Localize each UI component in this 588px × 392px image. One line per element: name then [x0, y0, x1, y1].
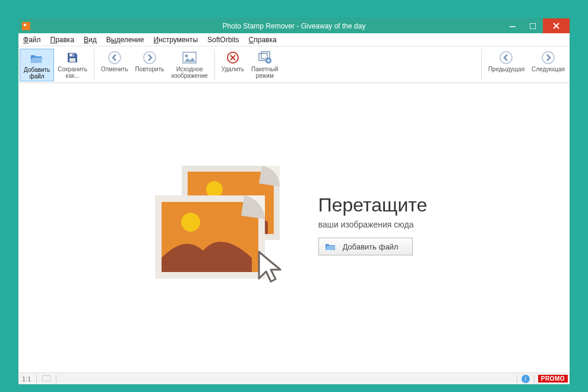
- redo-button[interactable]: Повторить: [132, 49, 168, 74]
- toolbar-label: как...: [66, 73, 80, 80]
- dimensions-icon: [39, 375, 54, 382]
- menu-file[interactable]: Файл: [18, 33, 46, 46]
- previous-button[interactable]: Предыдущая: [485, 49, 528, 74]
- close-button[interactable]: [543, 18, 570, 33]
- add-file-main-button[interactable]: Добавить файл: [318, 238, 413, 255]
- toolbar-separator: [481, 49, 482, 80]
- toolbar-label: файл: [29, 74, 44, 80]
- info-button[interactable]: i: [519, 375, 532, 383]
- arrow-left-circle-icon: [107, 50, 122, 65]
- title-bar: Photo Stamp Remover - Giveaway of the da…: [18, 18, 570, 33]
- svg-point-10: [185, 55, 188, 58]
- menu-help[interactable]: Справка: [244, 33, 282, 46]
- batch-mode-button[interactable]: Пакетный режим: [248, 49, 282, 80]
- drop-subtitle: ваши изображения сюда: [318, 220, 428, 229]
- status-separator: [534, 375, 535, 383]
- toolbar-separator: [94, 49, 94, 80]
- status-separator: [56, 375, 56, 383]
- toolbar-label: Добавить: [24, 67, 50, 74]
- arrow-left-circle-icon: [498, 50, 514, 65]
- toolbar-label: Предыдущая: [488, 67, 524, 73]
- svg-point-8: [144, 52, 156, 64]
- status-bar: 1:1 i PROMO: [18, 372, 570, 384]
- toolbar-label: Отменить: [101, 67, 128, 73]
- original-image-button[interactable]: Исходное изображение: [167, 49, 211, 80]
- menu-tools[interactable]: Инструменты: [148, 33, 203, 46]
- status-separator: [36, 375, 37, 383]
- svg-rect-0: [22, 22, 30, 30]
- svg-point-15: [500, 52, 512, 64]
- save-as-button[interactable]: Сохранить как...: [54, 49, 91, 80]
- svg-rect-23: [42, 375, 50, 381]
- info-icon: i: [521, 375, 530, 383]
- maximize-button[interactable]: [523, 18, 543, 33]
- folder-open-icon: [29, 50, 45, 66]
- toolbar-label: Исходное: [176, 67, 203, 73]
- canvas-area[interactable]: Перетащите ваши изображения сюда Добавит…: [18, 83, 570, 372]
- toolbar-label: Сохранить: [58, 67, 87, 73]
- arrow-right-circle-icon: [540, 50, 556, 65]
- menu-view[interactable]: Вид: [79, 33, 102, 46]
- menu-edit[interactable]: Правка: [46, 33, 80, 46]
- image-icon: [182, 50, 197, 65]
- next-button[interactable]: Следующая: [528, 49, 568, 74]
- drop-zone: Перетащите ваши изображения сюда Добавит…: [149, 163, 428, 287]
- svg-rect-6: [72, 54, 74, 56]
- window-title: Photo Stamp Remover - Giveaway of the da…: [18, 22, 570, 30]
- toolbar-label: режим: [256, 73, 274, 80]
- promo-badge[interactable]: PROMO: [538, 375, 568, 382]
- add-file-main-label: Добавить файл: [343, 242, 399, 251]
- drop-title: Перетащите: [318, 194, 428, 216]
- drop-illustration: [149, 163, 298, 287]
- menu-softorbits[interactable]: SoftOrbits: [203, 33, 244, 46]
- svg-rect-2: [510, 26, 516, 27]
- folder-open-icon: [325, 242, 337, 251]
- toolbar: Добавить файл Сохранить как... От: [18, 46, 570, 83]
- app-icon: [18, 22, 33, 30]
- svg-point-16: [542, 52, 554, 64]
- status-separator: [517, 375, 517, 383]
- app-window: Photo Stamp Remover - Giveaway of the da…: [18, 18, 570, 385]
- toolbar-label: Следующая: [532, 67, 565, 73]
- toolbar-label: Повторить: [135, 67, 165, 73]
- menu-select[interactable]: Выделение: [102, 33, 149, 46]
- svg-rect-5: [69, 58, 75, 62]
- batch-icon: [257, 50, 273, 65]
- menu-bar: Файл Правка Вид Выделение Инструменты So…: [18, 33, 570, 46]
- svg-point-7: [109, 52, 121, 64]
- svg-rect-3: [530, 23, 536, 29]
- zoom-label[interactable]: 1:1: [18, 375, 34, 382]
- delete-button[interactable]: Удалить: [218, 49, 248, 74]
- arrow-right-circle-icon: [142, 50, 157, 65]
- delete-icon: [225, 50, 241, 65]
- save-icon: [65, 50, 80, 65]
- svg-point-19: [206, 181, 223, 198]
- toolbar-label: Пакетный: [251, 67, 278, 73]
- svg-point-22: [181, 213, 200, 232]
- minimize-button[interactable]: [502, 18, 523, 33]
- toolbar-label: изображение: [171, 73, 207, 80]
- toolbar-label: Удалить: [222, 67, 244, 73]
- svg-point-1: [24, 24, 26, 26]
- toolbar-separator: [214, 49, 215, 80]
- add-file-button[interactable]: Добавить файл: [20, 49, 54, 81]
- undo-button[interactable]: Отменить: [97, 49, 132, 74]
